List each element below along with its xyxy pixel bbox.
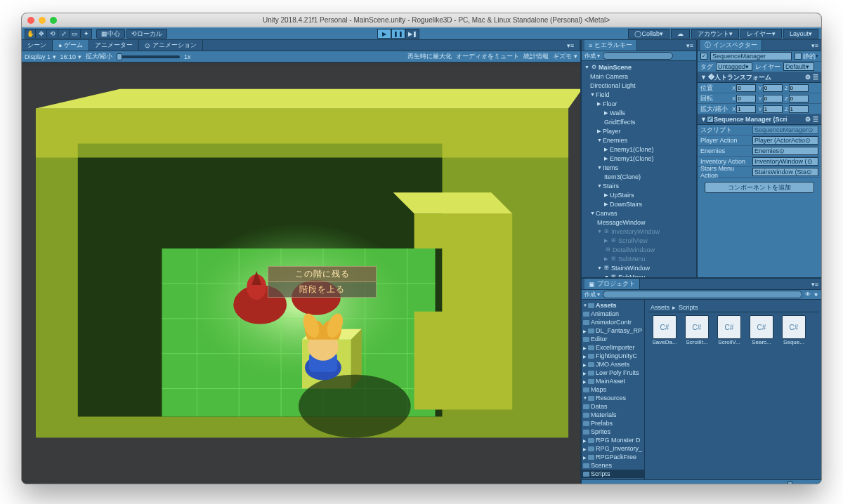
tab-scene[interactable]: シーン xyxy=(22,40,53,51)
tree-item[interactable]: ▶Enemy1(Clone) xyxy=(582,145,696,154)
static-checkbox[interactable] xyxy=(795,53,802,60)
folder-item[interactable]: ▶RPG Monster D xyxy=(582,436,644,444)
pivot-button[interactable]: ▦ 中心 xyxy=(96,29,125,39)
transform-tool-icon[interactable]: ✦ xyxy=(81,29,92,39)
tree-item[interactable]: ▼Stairs xyxy=(582,181,696,190)
pos-x[interactable] xyxy=(736,84,756,92)
stats-toggle[interactable]: 統計情報 xyxy=(523,52,549,61)
scale-y[interactable] xyxy=(763,105,783,113)
folder-item[interactable]: Scenes xyxy=(582,461,644,470)
folder-item[interactable]: ▶ExcelImporter xyxy=(582,343,644,352)
tree-item[interactable]: ▶UpStairs xyxy=(582,190,696,199)
tree-item[interactable]: ▼Items xyxy=(582,163,696,172)
enabled-checkbox[interactable]: ✓ xyxy=(700,53,707,60)
project-tab[interactable]: ▣ プロジェクト xyxy=(584,279,640,289)
breadcrumb[interactable]: Assets ▸ Scripts xyxy=(648,303,818,312)
close-window-icon[interactable] xyxy=(27,17,34,24)
asset-item[interactable]: C#ScrollIt... xyxy=(683,315,711,345)
scale-tool-icon[interactable]: ⤢ xyxy=(58,29,70,39)
panel-menu-icon[interactable]: ▾≡ xyxy=(811,42,818,49)
rotate-tool-icon[interactable]: ⟲ xyxy=(47,29,58,39)
rot-z[interactable] xyxy=(789,95,809,102)
pos-z[interactable] xyxy=(789,84,809,92)
folder-item[interactable]: ▶RPGPackFree xyxy=(582,453,644,461)
folder-item[interactable]: ▶DL_Fantasy_RP xyxy=(582,326,644,335)
panel-menu-icon[interactable]: ▾≡ xyxy=(561,40,580,51)
tree-item[interactable]: ▶⊞ScrollView xyxy=(582,236,696,245)
account-button[interactable]: アカウント ▾ xyxy=(691,29,739,39)
layer-dropdown[interactable]: Default ▾ xyxy=(783,62,814,71)
scene-root[interactable]: ▼⚙MainScene xyxy=(582,62,696,72)
rect-tool-icon[interactable]: ▭ xyxy=(70,29,81,39)
tab-animator[interactable]: アニメーター xyxy=(89,40,139,51)
filter-icon[interactable]: ★ xyxy=(813,291,818,298)
folder-item[interactable]: Prefabs xyxy=(582,419,644,427)
folder-item[interactable]: Animation xyxy=(582,310,644,318)
tree-item[interactable]: ▶Player xyxy=(582,126,696,135)
folder-item[interactable]: ▶JMO Assets xyxy=(582,360,644,369)
mute-toggle[interactable]: オーディオをミュート xyxy=(456,52,519,61)
tree-item[interactable]: Item3(Clone) xyxy=(582,172,696,181)
tree-item[interactable]: ▶⊞SubMenu xyxy=(582,254,696,263)
tag-dropdown[interactable]: Untagged ▾ xyxy=(716,62,752,71)
folder-item[interactable]: ▶FightingUnityC xyxy=(582,352,644,360)
folder-item[interactable]: Datas xyxy=(582,402,644,411)
aspect-dropdown[interactable]: 16:10 ▾ xyxy=(60,53,81,60)
tree-item[interactable]: ▶DownStairs xyxy=(582,199,696,208)
display-dropdown[interactable]: Display 1 ▾ xyxy=(25,53,56,60)
folder-item[interactable]: Maps xyxy=(582,385,644,394)
play-button[interactable]: ▶ xyxy=(377,29,391,39)
folder-item[interactable]: ▶MainAsset xyxy=(582,377,644,385)
folder-item[interactable]: AnimatorContr xyxy=(582,318,644,326)
rot-y[interactable] xyxy=(763,95,783,102)
project-search[interactable] xyxy=(603,291,802,298)
thumbnail-size-slider[interactable] xyxy=(773,484,816,485)
add-component-button[interactable]: コンポーネントを追加 xyxy=(705,182,814,193)
folder-item-selected[interactable]: Scripts xyxy=(582,470,644,478)
asset-item[interactable]: C#Searc... xyxy=(747,315,776,345)
inventory-action-field[interactable]: InventoryWindow ( ⊙ xyxy=(752,157,818,166)
hand-tool-icon[interactable]: ✋ xyxy=(25,29,36,39)
gear-icon[interactable]: ⚙ ☰ xyxy=(805,116,818,123)
cloud-button[interactable]: ☁ xyxy=(671,29,690,39)
tree-item[interactable]: MessageWindow xyxy=(582,218,696,227)
hierarchy-search[interactable] xyxy=(603,52,673,60)
filter-icon[interactable]: 👁 xyxy=(805,291,811,298)
tree-item[interactable]: ▼⊞StairsWindow xyxy=(582,263,696,272)
tree-item[interactable]: ⊞DetailWindoow xyxy=(582,245,696,254)
object-name-field[interactable]: SequenceManager xyxy=(710,52,792,60)
minimize-window-icon[interactable] xyxy=(39,17,46,24)
hierarchy-tab[interactable]: ≡ ヒエラルキー xyxy=(584,40,637,51)
scale-slider[interactable] xyxy=(117,55,180,58)
script-component[interactable]: ▼ ✓ Sequence Manager (Scri⚙ ☰ xyxy=(698,114,821,125)
maximize-toggle[interactable]: 再生時に最大化 xyxy=(407,52,452,61)
menu-option-climb[interactable]: 階段を上る xyxy=(268,282,377,298)
tree-item[interactable]: GridEffects xyxy=(582,117,696,126)
menu-option-stay[interactable]: この階に残る xyxy=(268,266,377,282)
create-dropdown[interactable]: 作成 ▾ xyxy=(584,291,600,298)
stairs-menu-field[interactable]: StairsWindow (Sta ⊙ xyxy=(752,168,818,176)
inspector-tab[interactable]: ⓘ インスペクター xyxy=(700,40,762,51)
local-button[interactable]: ⟲ ローカル xyxy=(126,29,167,39)
folder-item[interactable]: ▶RPG_inventory_ xyxy=(582,444,644,453)
panel-menu-icon[interactable]: ▾≡ xyxy=(686,42,693,49)
folder-item[interactable]: Sprites xyxy=(582,427,644,436)
step-button[interactable]: ▶❚ xyxy=(405,29,419,39)
gizmos-toggle[interactable]: ギズモ ▾ xyxy=(553,52,577,61)
asset-item[interactable]: C#SaveDa... xyxy=(651,315,679,345)
tree-item[interactable]: Main Camera xyxy=(582,72,696,81)
layers-button[interactable]: レイヤー ▾ xyxy=(740,29,782,39)
move-tool-icon[interactable]: ✥ xyxy=(36,29,47,39)
tab-game[interactable]: ● ゲーム xyxy=(53,40,89,51)
transform-component[interactable]: ▼ �人 トランスフォーム⚙ ☰ xyxy=(698,72,821,83)
tree-item[interactable]: ▼⊞InventoryWindow xyxy=(582,227,696,236)
tree-item[interactable]: Directional Light xyxy=(582,81,696,90)
tree-item[interactable]: ▶Enemy1(Clone) xyxy=(582,154,696,163)
tree-item[interactable]: ▼⊞SubMenu xyxy=(582,272,696,277)
folder-item[interactable]: ▼Assets xyxy=(582,301,644,310)
player-action-field[interactable]: Player (ActorActio ⊙ xyxy=(752,136,818,145)
pos-y[interactable] xyxy=(763,84,783,92)
rot-x[interactable] xyxy=(736,95,756,102)
layout-button[interactable]: Layout ▾ xyxy=(783,29,818,39)
tree-item[interactable]: ▼Canvas xyxy=(582,208,696,218)
